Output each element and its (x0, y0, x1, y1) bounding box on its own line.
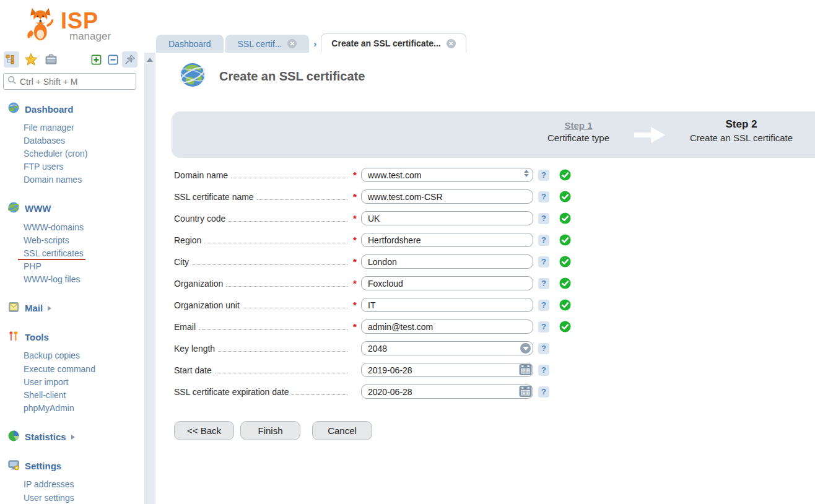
back-button[interactable]: << Back (174, 421, 234, 440)
sidebar-item-www-domains[interactable]: WWW-domains (0, 220, 144, 233)
search-input[interactable] (20, 77, 132, 87)
favorites-star-icon[interactable] (24, 51, 39, 67)
sidebar-item-databases[interactable]: Databases (0, 134, 144, 147)
region-input[interactable] (361, 233, 533, 247)
pin-icon[interactable] (122, 51, 137, 67)
sidebar-item-user-import[interactable]: User import (0, 375, 144, 388)
form-actions: << BackFinishCancel (174, 421, 372, 440)
sidebar-toolbar (4, 51, 139, 67)
calendar-icon[interactable] (519, 363, 532, 378)
sidebar-item-scheduler-cron-[interactable]: Scheduler (cron) (0, 147, 144, 160)
input-wrap (361, 385, 533, 399)
ssl-certificate-expiration-date-input[interactable] (361, 385, 533, 399)
collapse-minus-icon[interactable] (105, 51, 121, 67)
tab-history-chevron-icon[interactable]: › (313, 38, 316, 49)
close-icon[interactable]: ✕ (287, 39, 297, 48)
sidebar-header-tools[interactable]: Tools (0, 331, 144, 344)
settings-monitor-icon (7, 459, 20, 474)
help-button[interactable]: ? (538, 365, 549, 376)
start-date-input[interactable] (361, 363, 533, 377)
sidebar-item-ssl-certificates[interactable]: SSL certificates (0, 246, 144, 259)
sidebar-header-mail[interactable]: Mail (0, 302, 144, 315)
expand-plus-icon[interactable] (89, 51, 104, 67)
statistics-pie-icon (7, 430, 20, 445)
field-label: Country code (174, 214, 349, 224)
tab-dashboard[interactable]: Dashboard (156, 35, 224, 53)
sidebar-item-ftp-users[interactable]: FTP users (0, 160, 144, 173)
valid-check-icon (559, 191, 571, 202)
briefcase-icon[interactable] (43, 51, 59, 67)
help-button[interactable]: ? (538, 343, 549, 354)
sidebar-header-dashboard[interactable]: Dashboard (0, 102, 144, 116)
spinner-arrows[interactable] (524, 170, 529, 177)
chevron-right-icon[interactable] (48, 306, 51, 311)
sidebar-item-backup-copies[interactable]: Backup copies (0, 349, 144, 362)
sidebar-item-phpmyadmin[interactable]: phpMyAdmin (0, 402, 144, 415)
help-button[interactable]: ? (538, 170, 549, 181)
key-length-input[interactable] (361, 341, 533, 355)
sidebar-header-statistics[interactable]: Statistics (0, 430, 144, 444)
organization-unit-input[interactable] (361, 298, 533, 312)
sidebar-header-settings[interactable]: Settings (0, 459, 144, 473)
sidebar-item-php[interactable]: PHP (0, 260, 144, 273)
sidebar-item-user-settings[interactable]: User settings (0, 491, 144, 504)
form-row-ssl-certificate-expiration-date: SSL certificate expiration date*? (156, 381, 602, 402)
tree-view-icon[interactable] (4, 51, 19, 67)
menu-section-settings: SettingsIP addressesUser settings (0, 459, 144, 504)
valid-check-icon (559, 212, 571, 224)
form-row-region: Region*? (156, 229, 602, 251)
input-wrap (361, 298, 533, 312)
tab-ssl-certif-[interactable]: SSL certif...✕ (225, 35, 310, 53)
city-input[interactable] (361, 254, 533, 269)
domain-name-input[interactable] (361, 168, 533, 182)
field-label: City (174, 257, 349, 267)
sidebar-header-www[interactable]: WWW (0, 202, 144, 215)
dotted-leader (226, 286, 347, 287)
sidebar-item-execute-command[interactable]: Execute command (0, 362, 144, 375)
sidebar-item-ip-addresses[interactable]: IP addresses (0, 478, 144, 491)
dotted-leader (243, 308, 347, 308)
field-label: Region (174, 235, 349, 245)
dotted-leader (229, 221, 347, 222)
required-asterisk: * (349, 321, 361, 332)
cancel-button[interactable]: Cancel (312, 421, 372, 440)
close-icon[interactable]: ✕ (447, 39, 456, 48)
sidebar-scrollbar[interactable] (144, 53, 155, 504)
help-button[interactable]: ? (538, 235, 549, 246)
help-button[interactable]: ? (538, 278, 549, 289)
help-button[interactable]: ? (538, 386, 549, 398)
calendar-icon[interactable] (519, 385, 532, 400)
help-button[interactable]: ? (538, 191, 549, 202)
sidebar-item-web-scripts[interactable]: Web-scripts (0, 233, 144, 246)
chevron-right-icon[interactable] (71, 435, 75, 440)
dropdown-arrow-icon[interactable] (520, 343, 531, 354)
sidebar-header-label: Settings (25, 461, 61, 471)
ssl-certificate-name-input[interactable] (361, 189, 533, 204)
step1-link[interactable]: Step 1 (516, 120, 640, 131)
help-button[interactable]: ? (538, 213, 549, 224)
scroll-up-icon[interactable] (147, 58, 153, 62)
help-button[interactable]: ? (538, 321, 549, 332)
sidebar-item-domain-names[interactable]: Domain names (0, 173, 144, 186)
sidebar-header-label: Dashboard (25, 104, 73, 115)
finish-button[interactable]: Finish (240, 421, 300, 440)
email-input[interactable] (361, 319, 533, 334)
wizard-stepbar: Step 1 Certificate type Step 2 Create an… (172, 111, 815, 158)
dotted-leader (257, 199, 347, 200)
required-asterisk: * (349, 213, 361, 224)
sidebar-item-shell-client[interactable]: Shell-client (0, 388, 144, 401)
country-code-input[interactable] (361, 211, 533, 225)
search-box[interactable] (3, 73, 136, 90)
organization-input[interactable] (361, 276, 533, 290)
help-button[interactable]: ? (538, 300, 549, 311)
mail-icon (7, 301, 20, 316)
tab-create-an-ssl-certificate-[interactable]: Create an SSL certificate...✕ (321, 33, 466, 53)
form-row-email: Email*? (156, 316, 602, 337)
page-header: Create an SSL certificate (178, 61, 365, 92)
field-label: Email (174, 322, 349, 332)
dotted-leader (218, 351, 347, 352)
sidebar-item-www-log-files[interactable]: WWW-log files (0, 273, 144, 286)
help-button[interactable]: ? (538, 256, 549, 267)
sidebar-item-file-manager[interactable]: File manager (0, 121, 144, 134)
field-label: SSL certificate expiration date (174, 387, 349, 397)
